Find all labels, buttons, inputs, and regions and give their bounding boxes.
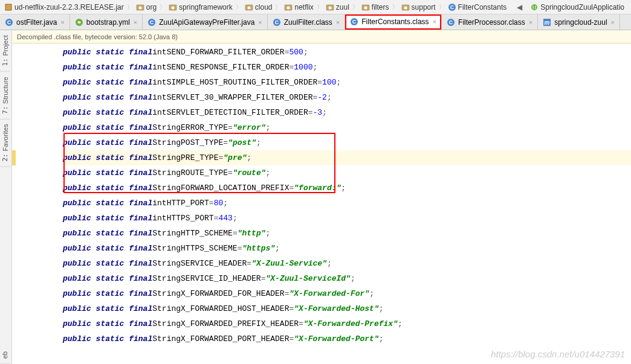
- svg-text:m: m: [545, 19, 550, 26]
- tab-ostFilter.java[interactable]: CostFilter.java×: [0, 14, 70, 30]
- code-line[interactable]: public static final int SIMPLE_HOST_ROUT…: [63, 75, 631, 90]
- crumb-label: support: [412, 3, 436, 11]
- crumb-org[interactable]: org: [134, 3, 158, 11]
- tab-springcloud-zuul[interactable]: mspringcloud-zuul×: [538, 14, 620, 30]
- watermark: https://blog.csdn.net/u014427391: [491, 349, 625, 359]
- class-icon: C: [448, 3, 456, 11]
- tab-label: ZuulApiGatewayPreFilter.java: [159, 18, 254, 27]
- editor-code[interactable]: public static final int SEND_FORWARD_FIL…: [12, 43, 631, 346]
- sidebar-project[interactable]: 1: Project: [0, 30, 10, 72]
- decompile-info-text: Decompiled .class file, bytecode version…: [17, 33, 178, 40]
- sidebar-structure[interactable]: 7: Structure: [0, 72, 10, 120]
- pkg-icon: [169, 3, 177, 11]
- svg-point-8: [287, 6, 290, 9]
- crumb-label: zuul: [336, 3, 349, 11]
- code-line[interactable]: public static final int HTTP_PORT = 80;: [63, 196, 631, 211]
- close-icon[interactable]: ×: [258, 19, 262, 26]
- svg-text:C: C: [450, 4, 454, 10]
- close-icon[interactable]: ×: [336, 19, 340, 26]
- sidebar-bottom[interactable]: eb: [0, 346, 10, 364]
- close-icon[interactable]: ×: [134, 19, 137, 26]
- close-icon[interactable]: ×: [433, 18, 436, 25]
- class-icon: C: [447, 18, 455, 27]
- close-icon[interactable]: ×: [611, 19, 615, 26]
- code-line[interactable]: public static final String ROUTE_TYPE = …: [63, 165, 631, 180]
- crumb-sep: 〉: [316, 3, 324, 11]
- code-line[interactable]: public static final int SEND_RESPONSE_FI…: [63, 60, 631, 75]
- code-line[interactable]: public static final int SERVLET_DETECTIO…: [63, 105, 631, 120]
- crumb-springframework[interactable]: springframework: [167, 3, 235, 11]
- code-line[interactable]: public static final String POST_TYPE = "…: [63, 135, 631, 150]
- pkg-icon: [326, 3, 334, 11]
- decompile-info-bar: Decompiled .class file, bytecode version…: [12, 30, 631, 43]
- crumb-sep: 〉: [158, 3, 167, 11]
- crumb-sep: 〉: [438, 3, 446, 11]
- class-icon: C: [5, 18, 13, 27]
- code-line[interactable]: public static final String FORWARD_LOCAT…: [63, 180, 631, 196]
- svg-text:C: C: [449, 19, 453, 25]
- code-line[interactable]: public static final String ERROR_TYPE = …: [63, 120, 631, 135]
- tab-label: bootstrap.yml: [86, 18, 130, 27]
- tool-sidebar: 1: Project7: Structure2: Favoriteseb: [0, 30, 12, 364]
- sidebar-favorites[interactable]: 2: Favorites: [0, 119, 10, 167]
- crumb-label: springframework: [179, 3, 233, 11]
- svg-text:C: C: [352, 19, 357, 25]
- code-line[interactable]: public static final String SERVICE_HEADE…: [63, 256, 631, 271]
- code-line[interactable]: public static final String X_FORWARDED_P…: [63, 316, 631, 331]
- code-line[interactable]: public static final int SERVLET_30_WRAPP…: [63, 90, 631, 105]
- m-icon: m: [543, 18, 551, 27]
- class-icon: C: [350, 18, 358, 26]
- tab-FilterConstants.class[interactable]: CFilterConstants.class×: [345, 14, 442, 30]
- nav-back-icon[interactable]: ◀: [514, 2, 525, 13]
- pkg-icon: [245, 3, 253, 11]
- code-line[interactable]: public static final String X_FORWARDED_P…: [63, 331, 631, 346]
- crumb-label: FilterConstants: [458, 3, 507, 11]
- crumb-filters[interactable]: filters: [360, 3, 391, 11]
- tab-bootstrap.yml[interactable]: bootstrap.yml×: [70, 14, 143, 30]
- jar-icon: [4, 3, 13, 11]
- pkg-icon: [136, 3, 144, 11]
- tab-FilterProcessor.class[interactable]: CFilterProcessor.class×: [442, 14, 538, 30]
- code-line[interactable]: public static final String SERVICE_ID_HE…: [63, 271, 631, 286]
- code-line[interactable]: public static final String HTTPS_SCHEME …: [63, 241, 631, 256]
- crumb-sep: 〉: [126, 3, 134, 11]
- svg-text:C: C: [150, 19, 154, 25]
- crumb-cloud[interactable]: cloud: [243, 3, 274, 11]
- close-icon[interactable]: ×: [529, 19, 532, 26]
- code-line[interactable]: public static final int HTTPS_PORT = 443…: [63, 211, 631, 226]
- svg-point-17: [531, 4, 537, 10]
- pkg-icon: [284, 3, 293, 11]
- run-config-label: SpringcloudZuulApplicatio: [540, 3, 624, 11]
- pkg-icon: [361, 3, 370, 11]
- crumb-sep: 〉: [351, 3, 360, 11]
- class-icon: C: [147, 18, 156, 27]
- code-line[interactable]: public static final String HTTP_SCHEME =…: [63, 226, 631, 241]
- crumb-FilterConstants[interactable]: CFilterConstants: [446, 3, 509, 11]
- crumb-label: ud-netflix-zuul-2.2.3.RELEASE.jar: [15, 3, 124, 11]
- close-icon[interactable]: ×: [60, 19, 64, 26]
- tab-label: ZuulFilter.class: [284, 18, 332, 27]
- svg-text:C: C: [7, 19, 11, 25]
- crumb-netflix[interactable]: netflix: [282, 3, 315, 11]
- class-icon: C: [273, 18, 281, 27]
- breadcrumb-bar: ud-netflix-zuul-2.2.3.RELEASE.jar〉org〉sp…: [0, 0, 631, 14]
- tab-label: ostFilter.java: [16, 18, 57, 27]
- crumb-sep: 〉: [235, 3, 243, 11]
- code-line[interactable]: public static final String X_FORWARDED_H…: [63, 301, 631, 316]
- code-line[interactable]: public static final String PRE_TYPE = "p…: [63, 150, 631, 165]
- crumb-support[interactable]: support: [400, 3, 438, 11]
- run-config[interactable]: SpringcloudZuulApplicatio: [528, 3, 626, 11]
- svg-point-10: [328, 6, 331, 9]
- crumb-label: org: [146, 3, 157, 11]
- code-line[interactable]: public static final String X_FORWARDED_F…: [63, 286, 631, 301]
- code-line[interactable]: public static final int SEND_FORWARD_FIL…: [63, 45, 631, 60]
- editor-tabs: CostFilter.java×bootstrap.yml×CZuulApiGa…: [0, 14, 631, 30]
- svg-text:C: C: [275, 19, 279, 25]
- crumb-label: cloud: [255, 3, 273, 11]
- tab-ZuulApiGatewayPreFilter.java[interactable]: CZuulApiGatewayPreFilter.java×: [143, 14, 268, 30]
- crumb-label: filters: [372, 3, 389, 11]
- crumb-label: netflix: [294, 3, 313, 11]
- tab-ZuulFilter.class[interactable]: CZuulFilter.class×: [268, 14, 345, 30]
- crumb-zuul[interactable]: zuul: [324, 3, 351, 11]
- crumb-ud-netflix-zuul-2.2.3.RELEASE.jar[interactable]: ud-netflix-zuul-2.2.3.RELEASE.jar: [2, 3, 126, 11]
